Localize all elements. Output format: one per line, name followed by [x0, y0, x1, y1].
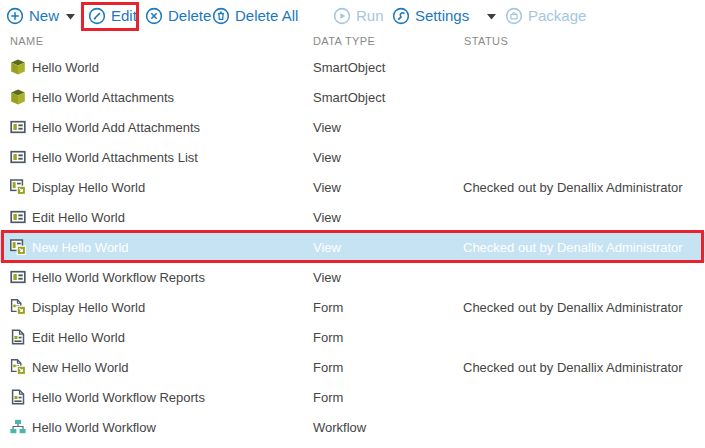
table-row[interactable]: Hello World Attachments ListView	[0, 142, 705, 172]
column-header-row: NAME DATA TYPE STATUS	[0, 32, 705, 51]
table-row[interactable]: Hello World Workflow ReportsView	[0, 262, 705, 292]
settings-dropdown-caret[interactable]	[487, 14, 496, 20]
row-data-type: View	[313, 270, 341, 285]
new-button[interactable]: New	[6, 7, 59, 25]
row-name: Hello World Add Attachments	[32, 120, 200, 135]
delete-all-button[interactable]: Delete All	[212, 7, 298, 25]
row-status: Checked out by Denallix Administrator	[463, 180, 683, 195]
row-name: Hello World Workflow	[32, 420, 156, 435]
row-name: Display Hello World	[32, 300, 145, 315]
toolbar: New Edit Delete Delete All	[0, 0, 705, 34]
settings-button[interactable]: Settings	[392, 7, 469, 25]
table-row[interactable]: New Hello WorldViewChecked out by Denall…	[0, 232, 705, 262]
new-button-label: New	[29, 7, 59, 25]
view-icon	[10, 119, 26, 135]
row-name: New Hello World	[32, 240, 129, 255]
row-name: New Hello World	[32, 360, 129, 375]
run-button[interactable]: Run	[333, 7, 384, 25]
settings-icon	[392, 7, 410, 25]
row-data-type: SmartObject	[313, 90, 385, 105]
edit-button[interactable]: Edit	[88, 7, 137, 25]
row-data-type: Form	[313, 390, 343, 405]
delete-all-icon	[212, 7, 230, 25]
edit-button-label: Edit	[111, 7, 137, 25]
row-name: Edit Hello World	[32, 210, 125, 225]
row-data-type: Workflow	[313, 420, 366, 435]
row-name: Hello World Attachments	[32, 90, 174, 105]
delete-button[interactable]: Delete	[145, 7, 211, 25]
run-icon	[333, 7, 351, 25]
run-button-label: Run	[356, 7, 384, 25]
table-row[interactable]: Hello WorldSmartObject	[0, 52, 705, 82]
view-checkedout-icon	[10, 239, 26, 255]
row-name: Hello World Attachments List	[32, 150, 198, 165]
row-name: Display Hello World	[32, 180, 145, 195]
row-data-type: View	[313, 180, 341, 195]
table-row[interactable]: Hello World AttachmentsSmartObject	[0, 82, 705, 112]
form-icon	[10, 329, 26, 345]
package-icon	[505, 7, 523, 25]
view-icon	[10, 209, 26, 225]
column-header-name: NAME	[10, 35, 43, 47]
package-button[interactable]: Package	[505, 7, 586, 25]
settings-button-label: Settings	[415, 7, 469, 25]
form-checkedout-icon	[10, 299, 26, 315]
table-row[interactable]: Edit Hello WorldView	[0, 202, 705, 232]
table-row[interactable]: Edit Hello WorldForm	[0, 322, 705, 352]
table-row[interactable]: Hello World WorkflowWorkflow	[0, 412, 705, 442]
delete-all-button-label: Delete All	[235, 7, 298, 25]
delete-button-label: Delete	[168, 7, 211, 25]
table-row[interactable]: Hello World Workflow ReportsForm	[0, 382, 705, 412]
row-data-type: View	[313, 120, 341, 135]
row-name: Edit Hello World	[32, 330, 125, 345]
column-header-status: STATUS	[464, 35, 508, 47]
row-data-type: View	[313, 150, 341, 165]
view-icon	[10, 269, 26, 285]
row-name: Hello World Workflow Reports	[32, 390, 205, 405]
edit-icon	[88, 7, 106, 25]
app-window: New Edit Delete Delete All	[0, 0, 705, 448]
row-status: Checked out by Denallix Administrator	[463, 300, 683, 315]
table-row[interactable]: Hello World Add AttachmentsView	[0, 112, 705, 142]
view-icon	[10, 149, 26, 165]
delete-icon	[145, 7, 163, 25]
column-header-data-type: DATA TYPE	[313, 35, 375, 47]
view-checkedout-icon	[10, 179, 26, 195]
row-name: Hello World Workflow Reports	[32, 270, 205, 285]
table-row[interactable]: Display Hello WorldViewChecked out by De…	[0, 172, 705, 202]
row-data-type: Form	[313, 300, 343, 315]
table-row[interactable]: Display Hello WorldFormChecked out by De…	[0, 292, 705, 322]
smartobject-icon	[10, 89, 26, 105]
row-data-type: Form	[313, 330, 343, 345]
new-icon	[6, 7, 24, 25]
new-dropdown-caret[interactable]	[66, 14, 75, 20]
form-checkedout-icon	[10, 359, 26, 375]
item-list: Hello WorldSmartObjectHello World Attach…	[0, 52, 705, 442]
workflow-icon	[10, 419, 26, 435]
row-data-type: View	[313, 240, 341, 255]
smartobject-icon	[10, 59, 26, 75]
package-button-label: Package	[528, 7, 586, 25]
table-row[interactable]: New Hello WorldFormChecked out by Denall…	[0, 352, 705, 382]
form-icon	[10, 389, 26, 405]
row-data-type: Form	[313, 360, 343, 375]
row-name: Hello World	[32, 60, 99, 75]
row-status: Checked out by Denallix Administrator	[463, 240, 683, 255]
row-status: Checked out by Denallix Administrator	[463, 360, 683, 375]
row-data-type: SmartObject	[313, 60, 385, 75]
row-data-type: View	[313, 210, 341, 225]
